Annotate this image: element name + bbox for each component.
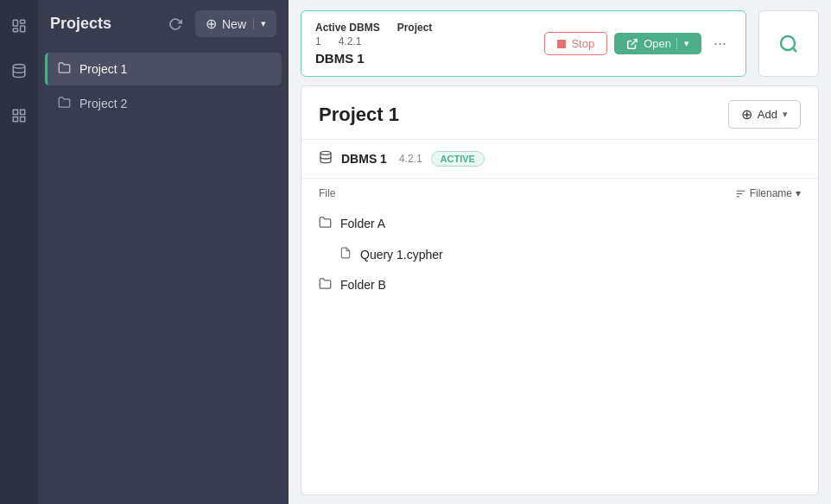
svg-line-11 — [793, 47, 796, 51]
stop-button[interactable]: Stop — [544, 32, 607, 55]
sidebar: Projects ⊕ New ▾ Project 1 — [38, 0, 289, 504]
add-plus-icon: ⊕ — [741, 106, 752, 123]
filename-sort-button[interactable]: Filename ▾ — [735, 187, 801, 199]
new-label: New — [222, 17, 246, 31]
dbms-actions: Stop Open ▾ ··· — [544, 32, 732, 55]
sidebar-list: Project 1 Project 2 — [38, 47, 289, 125]
svg-rect-3 — [13, 28, 17, 32]
dbms-version: 4.2.1 — [339, 35, 362, 47]
file-item-name: Query 1.cypher — [360, 248, 443, 261]
add-label: Add — [758, 108, 777, 121]
dbms-id: 1 — [315, 35, 321, 47]
search-icon — [778, 34, 799, 54]
folder-icon — [58, 61, 71, 77]
new-button[interactable]: ⊕ New ▾ — [195, 10, 276, 37]
more-icon: ··· — [714, 35, 726, 52]
filename-sort-label: Filename — [750, 187, 792, 199]
svg-rect-7 — [13, 117, 17, 122]
active-badge: ACTIVE — [431, 151, 485, 167]
file-col-label: File — [319, 187, 335, 199]
sidebar-item-label: Project 1 — [79, 62, 127, 76]
dbms-row-version: 4.2.1 — [399, 153, 422, 165]
dbms-id-version-row: 1 4.2.1 — [315, 35, 530, 47]
svg-point-4 — [13, 65, 25, 69]
svg-rect-1 — [21, 20, 25, 23]
svg-rect-2 — [21, 26, 25, 32]
icon-rail — [0, 0, 38, 504]
sort-chevron-icon: ▾ — [796, 187, 801, 199]
active-dbms-bar: Active DBMS Project 1 4.2.1 DBMS 1 Stop … — [301, 10, 746, 77]
dbms-name: DBMS 1 — [315, 51, 530, 66]
file-item-name: Folder A — [340, 217, 385, 230]
pages-icon[interactable] — [7, 14, 31, 38]
file-icon — [339, 247, 352, 261]
dbms-info: Active DBMS Project 1 4.2.1 DBMS 1 — [315, 22, 530, 66]
sidebar-title: Projects — [50, 15, 155, 33]
svg-rect-0 — [13, 20, 17, 26]
svg-rect-6 — [21, 110, 25, 114]
dbms-meta-row: Active DBMS Project — [315, 22, 530, 34]
dbms-row: DBMS 1 4.2.1 ACTIVE — [301, 140, 818, 179]
svg-line-9 — [631, 39, 637, 44]
open-icon — [626, 38, 638, 50]
stop-icon — [557, 40, 566, 48]
search-panel[interactable] — [758, 10, 819, 77]
open-label: Open — [644, 37, 671, 50]
folder-icon — [319, 216, 332, 231]
main-header-row: Active DBMS Project 1 4.2.1 DBMS 1 Stop … — [289, 0, 831, 77]
dbms-db-icon — [319, 150, 333, 167]
main-area: Active DBMS Project 1 4.2.1 DBMS 1 Stop … — [289, 0, 831, 504]
active-dbms-label: Active DBMS — [315, 22, 380, 34]
database-icon[interactable] — [7, 59, 31, 83]
list-item[interactable]: Query 1.cypher — [301, 239, 818, 269]
sidebar-item-project-2[interactable]: Project 2 — [45, 87, 282, 120]
svg-point-10 — [781, 36, 795, 50]
new-chevron-icon: ▾ — [253, 18, 266, 29]
project-top: Project 1 ⊕ Add ▾ — [301, 86, 818, 140]
file-header: File Filename ▾ — [301, 179, 818, 205]
sidebar-header: Projects ⊕ New ▾ — [38, 0, 289, 47]
add-button[interactable]: ⊕ Add ▾ — [728, 100, 801, 129]
file-item-name: Folder B — [340, 278, 386, 292]
grid-icon[interactable] — [7, 104, 31, 128]
more-button[interactable]: ··· — [708, 33, 732, 54]
project-content: Project 1 ⊕ Add ▾ DBMS 1 4.2.1 ACTIVE Fi… — [301, 85, 819, 495]
sidebar-item-project-1[interactable]: Project 1 — [45, 53, 282, 85]
svg-rect-8 — [21, 117, 25, 122]
sort-icon — [735, 188, 746, 199]
add-chevron-icon: ▾ — [783, 109, 788, 120]
list-item[interactable]: Folder B — [301, 269, 818, 300]
folder-icon — [58, 96, 71, 111]
project-title: Project 1 — [319, 104, 399, 126]
open-button[interactable]: Open ▾ — [614, 33, 701, 54]
svg-point-12 — [320, 151, 331, 154]
sidebar-item-label: Project 2 — [79, 97, 127, 110]
dbms-row-name: DBMS 1 — [341, 152, 387, 166]
svg-rect-5 — [13, 110, 17, 114]
project-label: Project — [397, 22, 433, 34]
folder-icon — [319, 277, 332, 293]
file-list: Folder A Query 1.cypher Folder B — [301, 205, 818, 304]
stop-label: Stop — [571, 37, 594, 50]
refresh-icon[interactable] — [164, 13, 187, 35]
open-chevron-icon: ▾ — [676, 38, 689, 49]
list-item[interactable]: Folder A — [301, 208, 818, 239]
